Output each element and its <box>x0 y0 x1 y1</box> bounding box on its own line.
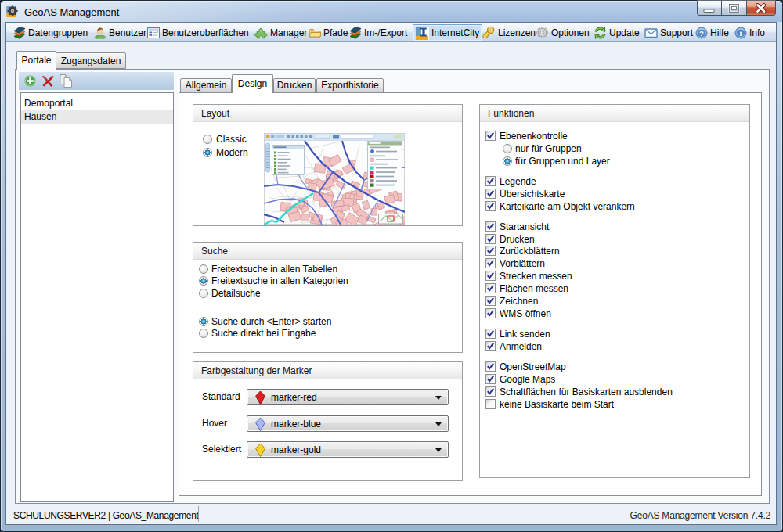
svg-text:i: i <box>740 29 742 38</box>
svg-text:?: ? <box>699 29 704 38</box>
